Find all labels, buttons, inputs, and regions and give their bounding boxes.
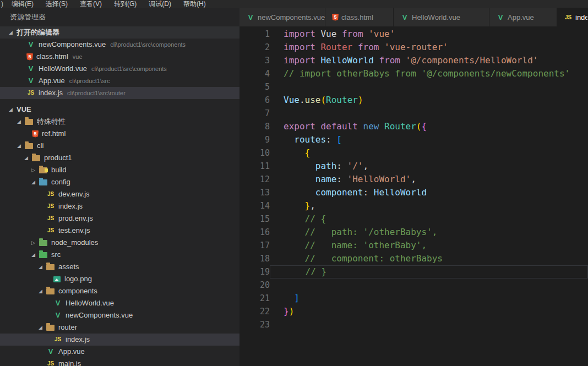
code-line[interactable]: 22}) (239, 305, 588, 318)
js-icon: JS (564, 13, 573, 21)
tree-item[interactable]: JStest.env.js (0, 225, 239, 237)
code-line[interactable]: 21 ] (239, 292, 588, 305)
line-number: 21 (239, 292, 270, 305)
folder-icon (39, 179, 47, 185)
code-line[interactable]: 12 name: 'HelloWorld', (239, 173, 588, 186)
chevron-expanded-icon: ◢ (39, 285, 46, 297)
code-line[interactable]: 3import HelloWorld from '@/components/He… (239, 54, 588, 67)
js-icon: JS (46, 360, 55, 366)
code-line[interactable]: 11 path: '/', (239, 160, 588, 173)
tree-item[interactable]: ▷node_modules (0, 237, 239, 249)
code-line[interactable]: 15 // { (239, 212, 588, 226)
code-line[interactable]: 2import Router from 'vue-router' (239, 41, 588, 54)
vue-icon: V (26, 41, 35, 48)
open-editors-header[interactable]: ◢ 打开的编辑器 (0, 26, 239, 39)
line-number: 8 (239, 120, 270, 133)
chevron-expanded-icon: ◢ (39, 261, 46, 273)
code-line[interactable]: 14 }, (239, 199, 588, 212)
tree-item[interactable]: JSindex.js (0, 200, 239, 212)
code-line[interactable]: 7 (239, 107, 588, 120)
line-content: export default new Router({ (270, 120, 588, 133)
line-number: 19 (239, 265, 270, 278)
folder-icon (39, 240, 47, 246)
menu-item[interactable]: 调试(D) (143, 0, 177, 8)
code-line[interactable]: 20 (239, 278, 588, 292)
tree-item[interactable]: ◢config (0, 176, 239, 188)
line-content: import HelloWorld from '@/components/Hel… (270, 54, 588, 67)
tree-item[interactable]: ◢src (0, 249, 239, 261)
tree-item[interactable]: VApp.vue (0, 346, 239, 358)
code-line[interactable]: 13 component: HelloWorld (239, 186, 588, 199)
menu-item[interactable]: 帮助(H) (177, 0, 212, 8)
vue-icon: V (46, 348, 55, 356)
menu-item[interactable]: 转到(G) (108, 0, 143, 8)
vscode-window: ) 编辑(E)选择(S)查看(V)转到(G)调试(D)帮助(H) 资源管理器 ◢… (0, 0, 588, 366)
code-line[interactable]: 16 // path: '/otherBabys', (239, 226, 588, 239)
tab-index.js[interactable]: JSindex.js (557, 8, 588, 26)
code-line[interactable]: 10 { (239, 146, 588, 160)
tree-item[interactable]: ◢product1 (0, 152, 239, 164)
editor-group: VnewComponents.vue5class.htmlVHelloWorld… (239, 8, 588, 366)
open-editor-item[interactable]: VApp.vuecli\product1\src (0, 75, 239, 87)
open-editor-item[interactable]: JSindex.jscli\product1\src\router (0, 87, 239, 99)
vue-icon: V (53, 299, 62, 307)
code-line[interactable]: 4// import otherBabys from '@/components… (239, 67, 588, 80)
code-line[interactable]: 5 (239, 80, 588, 94)
tree-item[interactable]: 5ref.html (0, 128, 239, 140)
tab-newComponents.vue[interactable]: VnewComponents.vue (239, 8, 325, 26)
code-line[interactable]: 6Vue.use(Router) (239, 94, 588, 107)
file-name: index.js (58, 200, 83, 212)
code-line[interactable]: 9 routes: [ (239, 133, 588, 146)
tree-item[interactable]: logo.png (0, 273, 239, 285)
tab-App.vue[interactable]: VApp.vue (489, 8, 557, 26)
code-line[interactable]: 8export default new Router({ (239, 120, 588, 133)
line-number: 15 (239, 212, 270, 226)
code-line[interactable]: 1import Vue from 'vue' (239, 28, 588, 41)
line-number: 9 (239, 133, 270, 146)
chevron-collapsed-icon: ▷ (31, 237, 39, 249)
tree-item[interactable]: JSdev.env.js (0, 188, 239, 200)
tree-item[interactable]: VHelloWorld.vue (0, 297, 239, 309)
line-content: // } (270, 265, 588, 278)
open-editor-item[interactable]: 5class.htmlvue (0, 51, 239, 63)
tree-item[interactable]: ◢cli (0, 140, 239, 152)
tree-item[interactable]: ▷build (0, 164, 239, 176)
line-number: 23 (239, 318, 270, 331)
file-path: vue (73, 51, 83, 63)
line-number: 13 (239, 186, 270, 199)
code-line[interactable]: 19 // } (239, 265, 588, 278)
menu-item[interactable]: 查看(V) (74, 0, 108, 8)
code-line[interactable]: 18 // component: otherBabys (239, 252, 588, 265)
tree-item[interactable]: JSindex.js (0, 334, 239, 346)
tree-item[interactable]: JSmain.js (0, 358, 239, 366)
tree-item[interactable]: ◢router (0, 321, 239, 334)
menu-item[interactable]: 选择(S) (40, 0, 74, 8)
line-content: // path: '/otherBabys', (270, 226, 588, 239)
file-name: ref.html (42, 128, 66, 140)
tree-item[interactable]: ◢components (0, 285, 239, 297)
code-line[interactable]: 23 (239, 318, 588, 331)
open-editor-item[interactable]: VHelloWorld.vuecli\product1\src\componen… (0, 63, 239, 75)
tree-item[interactable]: VnewComponents.vue (0, 309, 239, 321)
open-editor-item[interactable]: VnewComponents.vuecli\product1\src\compo… (0, 39, 239, 51)
menu-item[interactable]: 编辑(E) (6, 0, 40, 8)
code-line[interactable]: 17 // name: 'otherBaby', (239, 239, 588, 252)
tree-root-folder[interactable]: ◢ VUE (0, 103, 239, 116)
tab-class.html[interactable]: 5class.html (325, 8, 394, 26)
file-name: cli (37, 140, 43, 152)
tree-item[interactable]: JSprod.env.js (0, 212, 239, 225)
file-path: cli\product1\src\router (67, 87, 126, 99)
vue-icon: V (26, 77, 35, 85)
folder-icon (39, 167, 47, 173)
line-number: 17 (239, 239, 270, 252)
folder-icon (46, 288, 55, 294)
tab-HelloWorld.vue[interactable]: VHelloWorld.vue (394, 8, 489, 26)
explorer-title: 资源管理器 (0, 8, 239, 26)
code-editor[interactable]: 1import Vue from 'vue'2import Router fro… (239, 26, 588, 366)
line-number: 5 (239, 80, 270, 94)
chevron-expanded-icon: ◢ (17, 140, 25, 152)
line-content: }) (270, 305, 588, 318)
tree-item[interactable]: ◢特殊特性 (0, 116, 239, 128)
vue-icon: V (26, 65, 35, 73)
tree-item[interactable]: ◢assets (0, 261, 239, 273)
